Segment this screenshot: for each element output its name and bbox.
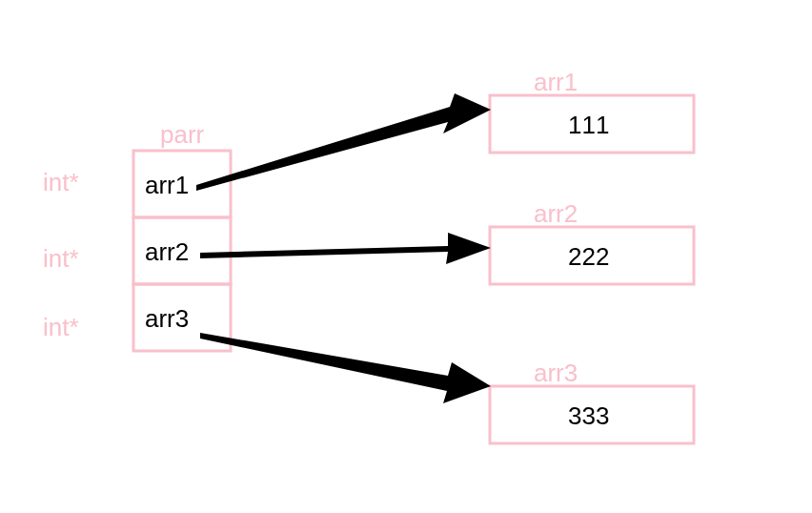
target-1-label: arr2 xyxy=(534,199,578,228)
target-0-label: arr1 xyxy=(534,68,578,96)
parr-label: parr xyxy=(160,120,205,149)
target-2-value: 333 xyxy=(568,401,609,430)
pointer-array-diagram: parr int* int* int* arr1 arr2 arr3 arr1 … xyxy=(0,0,812,513)
arrow-0 xyxy=(196,93,491,191)
arrow-2 xyxy=(200,333,491,403)
parr-cell-1-text: arr2 xyxy=(145,237,189,266)
target-0-value: 111 xyxy=(568,111,609,139)
type-label-0: int* xyxy=(43,168,79,196)
parr-cell-0-text: arr1 xyxy=(145,171,189,199)
target-2-label: arr3 xyxy=(534,359,578,387)
type-label-2: int* xyxy=(43,313,79,341)
arrow-1 xyxy=(200,233,491,264)
type-label-1: int* xyxy=(43,244,79,273)
parr-cell-2-text: arr3 xyxy=(145,304,189,333)
target-1-value: 222 xyxy=(568,242,609,271)
